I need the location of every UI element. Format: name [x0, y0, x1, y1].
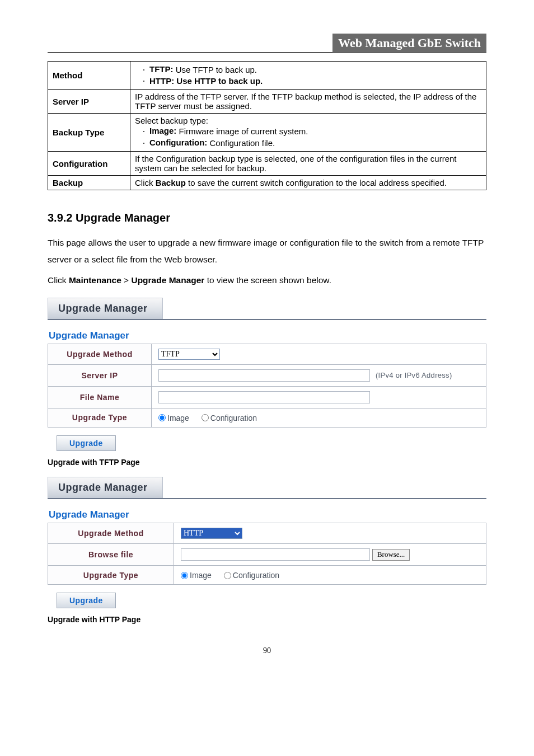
- panel-tab: Upgrade Manager: [48, 298, 163, 319]
- definitions-table: Method TFTP: Use TFTP to back up. HTTP: …: [48, 61, 486, 190]
- def-content: IP address of the TFTP server. If the TF…: [130, 90, 486, 114]
- figure-caption: Upgrade with HTTP Page: [48, 615, 486, 624]
- def-content: If the Configuration backup type is sele…: [130, 152, 486, 176]
- upgrade-form-http: Upgrade Method HTTP Browse file Browse..…: [48, 523, 486, 585]
- upgrade-method-select[interactable]: TFTP: [158, 349, 220, 360]
- radio-image-label: Image: [190, 571, 212, 580]
- def-label: Server IP: [48, 90, 130, 114]
- def-label: Backup Type: [48, 114, 130, 152]
- body-paragraph: This page allows the user to upgrade a n…: [48, 234, 486, 267]
- radio-configuration-label: Configuration: [233, 571, 279, 580]
- radio-configuration[interactable]: [202, 414, 209, 421]
- def-content: Select backup type: Image: Firmware imag…: [130, 114, 486, 152]
- body-paragraph: Click Maintenance > Upgrade Manager to v…: [48, 272, 486, 288]
- doc-header: Web Managed GbE Switch: [332, 34, 486, 53]
- upgrade-method-select[interactable]: HTTP: [181, 528, 242, 539]
- form-title: Upgrade Manager: [49, 509, 486, 520]
- upgrade-button[interactable]: Upgrade: [57, 435, 116, 451]
- server-ip-hint: (IPv4 or IPv6 Address): [376, 371, 452, 379]
- label-browse-file: Browse file: [48, 543, 174, 565]
- figure-caption: Upgrade with TFTP Page: [48, 458, 486, 467]
- browse-button[interactable]: Browse...: [372, 549, 410, 561]
- upgrade-form-tftp: Upgrade Method TFTP Server IP (IPv4 or I…: [48, 344, 486, 428]
- def-content: Click Backup to save the current switch …: [130, 176, 486, 190]
- browse-file-input[interactable]: [181, 548, 370, 561]
- label-upgrade-type: Upgrade Type: [48, 408, 152, 427]
- label-upgrade-method: Upgrade Method: [48, 344, 152, 364]
- def-content: TFTP: Use TFTP to back up. HTTP: Use HTT…: [130, 62, 486, 90]
- label-upgrade-type: Upgrade Type: [48, 566, 174, 585]
- panel-tab: Upgrade Manager: [48, 477, 163, 498]
- radio-image[interactable]: [181, 572, 188, 579]
- server-ip-input[interactable]: [158, 369, 370, 382]
- radio-configuration[interactable]: [224, 572, 231, 579]
- def-label: Configuration: [48, 152, 130, 176]
- def-label: Backup: [48, 176, 130, 190]
- radio-image[interactable]: [158, 414, 166, 421]
- label-file-name: File Name: [48, 386, 152, 408]
- def-label: Method: [48, 62, 130, 90]
- radio-image-label: Image: [167, 414, 189, 422]
- radio-configuration-label: Configuration: [210, 414, 257, 422]
- page-number: 90: [48, 646, 486, 655]
- label-server-ip: Server IP: [48, 364, 152, 386]
- label-upgrade-method: Upgrade Method: [48, 523, 174, 543]
- section-heading: 3.9.2 Upgrade Manager: [48, 212, 486, 224]
- form-title: Upgrade Manager: [49, 330, 486, 341]
- upgrade-button[interactable]: Upgrade: [57, 593, 116, 608]
- file-name-input[interactable]: [158, 391, 370, 403]
